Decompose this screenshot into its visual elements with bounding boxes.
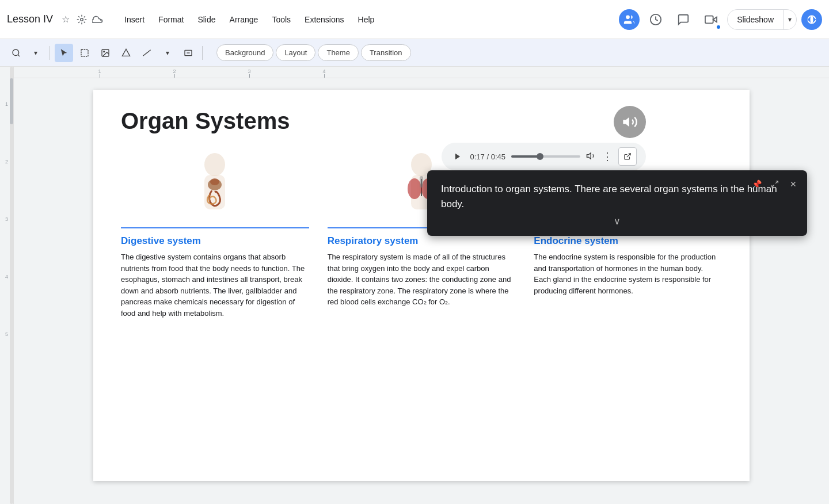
menu-slide[interactable]: Slide [191,13,222,26]
ruler-h-3: 3 [212,68,287,78]
audio-play-btn[interactable] [451,150,465,163]
top-right-controls: Slideshow ▾ [619,8,822,31]
canvas-area: 1 2 3 4 Organ Sy [14,67,829,504]
select-box-btn[interactable] [75,44,94,62]
slide-container: Organ Systems 0:17 / 0:45 [14,78,829,504]
tooltip-expand-btn[interactable] [768,177,782,191]
cloud-icon[interactable] [92,14,104,25]
slideshow-label[interactable]: Slideshow [728,10,784,29]
svg-marker-14 [455,154,459,160]
line-dropdown[interactable]: ▾ [158,44,177,62]
tooltip-pin-btn[interactable]: 📌 [750,177,763,191]
ruler-v-4: 4 [5,274,8,280]
svg-rect-25 [420,176,423,188]
audio-widget: 0:17 / 0:45 ⋮ [442,106,646,170]
image-btn[interactable] [96,44,115,62]
collaborator-avatar[interactable] [619,9,640,30]
theme-btn[interactable]: Theme [318,44,358,61]
respiratory-title: Respiratory system [328,235,516,247]
svg-line-5 [18,55,20,56]
endocrine-title: Endocrine system [534,235,722,247]
digestive-img [121,148,309,228]
top-bar: Lesson IV ☆ Insert Format Slide Arrange … [0,0,829,39]
svg-rect-3 [705,16,713,23]
tooltip-text: Introduction to organ systems. There are… [441,182,793,211]
audio-time: 0:17 / 0:45 [470,152,505,161]
audio-circle-btn[interactable] [614,106,646,138]
divider-2 [202,46,203,60]
svg-point-23 [408,178,421,199]
zoom-group: ▾ [7,44,45,62]
menu-bar: Insert Format Slide Arrange Tools Extens… [117,13,614,26]
ruler-h-2: 2 [137,68,212,78]
comments-icon[interactable] [672,8,695,31]
svg-line-16 [627,154,630,157]
star-icon[interactable]: ☆ [60,14,71,25]
svg-line-36 [775,181,778,184]
svg-line-37 [772,185,774,187]
svg-line-10 [143,49,150,56]
ruler-v-5: 5 [5,331,8,337]
user-avatar[interactable] [801,9,822,30]
zoom-dropdown[interactable]: ▾ [26,44,45,62]
menu-extensions[interactable]: Extensions [298,13,351,26]
title-icons: ☆ [60,14,104,25]
svg-marker-9 [122,49,130,56]
svg-point-17 [204,153,225,176]
svg-point-8 [104,51,105,52]
select-tool-btn[interactable] [55,44,73,62]
ruler-vertical: 1 2 3 4 5 [0,67,14,504]
app-title: Lesson IV [7,13,53,25]
menu-arrange[interactable]: Arrange [223,13,265,26]
menu-help[interactable]: Help [351,13,382,26]
audio-player: 0:17 / 0:45 ⋮ [442,143,646,170]
textbox-btn[interactable] [179,44,197,62]
audio-more-icon[interactable]: ⋮ [602,151,613,162]
svg-marker-15 [587,152,591,159]
line-btn[interactable] [138,44,156,62]
tooltip-chevron[interactable]: ∨ [441,216,793,227]
tooltip-close-btn[interactable]: ✕ [786,177,800,191]
menu-format[interactable]: Format [151,13,191,26]
slideshow-dropdown-arrow[interactable]: ▾ [784,10,796,29]
endocrine-body: The endocrine system is responsible for … [534,251,722,296]
audio-external-btn[interactable] [618,147,637,166]
respiratory-body: The respiratory system is made of all of… [328,251,516,308]
audio-progress-track[interactable] [511,155,580,158]
tooltip-popup: 📌 ✕ Introduction to organ systems. There… [427,170,807,236]
slideshow-button[interactable]: Slideshow ▾ [727,9,797,30]
digestive-body: The digestive system contains organs tha… [121,251,309,319]
audio-volume-icon[interactable] [586,151,596,163]
svg-point-1 [626,15,630,19]
zoom-btn[interactable] [7,44,25,62]
menu-insert[interactable]: Insert [117,13,151,26]
scrollbar-track [10,67,13,504]
history-icon[interactable] [644,8,667,31]
ruler-v-2: 2 [5,159,8,165]
ruler-h-4: 4 [287,68,362,78]
digestive-card: Digestive system The digestive system co… [121,148,309,319]
settings-icon[interactable] [76,14,88,25]
menu-tools[interactable]: Tools [265,13,298,26]
toolbar: ▾ ▾ Background Layout Theme Transition [0,39,829,67]
audio-progress-thumb[interactable] [537,153,543,160]
svg-point-20 [210,178,219,185]
digestive-title: Digestive system [121,235,309,247]
svg-marker-13 [623,117,629,127]
scrollbar-thumb[interactable] [10,78,13,124]
camera-icon[interactable] [699,8,722,31]
svg-rect-6 [81,49,88,56]
transition-btn[interactable]: Transition [361,44,411,61]
ruler-v-1: 1 [5,101,8,107]
main-area: 1 2 3 4 5 1 2 3 [0,67,829,504]
svg-point-0 [81,18,83,21]
audio-progress-fill [511,155,540,158]
shape-btn[interactable] [117,44,135,62]
layout-btn[interactable]: Layout [276,44,315,61]
svg-point-4 [13,49,19,56]
tooltip-actions: 📌 ✕ [750,177,800,191]
slide[interactable]: Organ Systems 0:17 / 0:45 [93,90,750,481]
divider-1 [50,46,50,60]
ruler-v-3: 3 [5,216,8,222]
background-btn[interactable]: Background [216,44,273,61]
